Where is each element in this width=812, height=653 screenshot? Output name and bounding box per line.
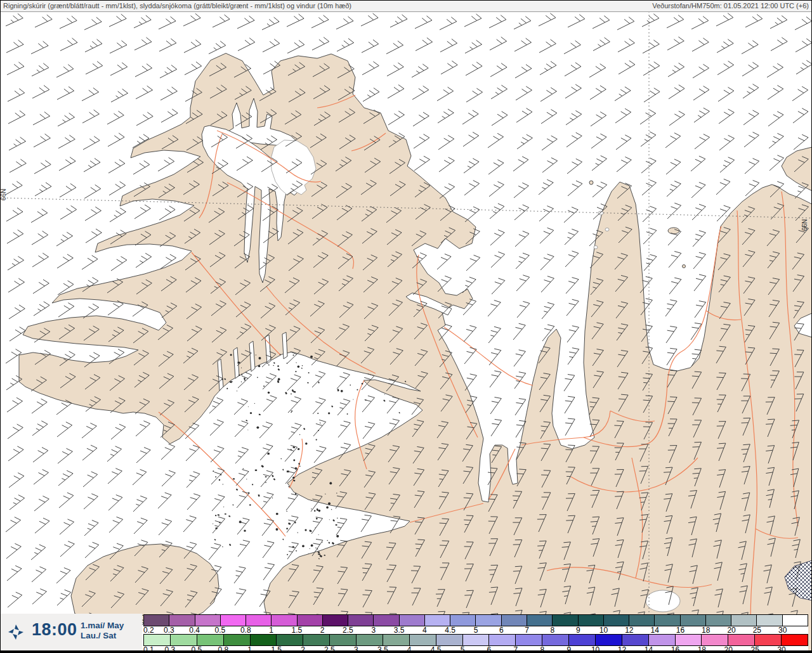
legend-cell [373, 615, 398, 626]
legend-tick-label: 3.5 [394, 626, 405, 635]
islet [278, 378, 280, 380]
legend-cell [728, 635, 754, 645]
wind-pinwheel-icon [6, 623, 25, 642]
legend-cell [297, 615, 322, 626]
legend-cell [731, 615, 756, 626]
legend-tick-label: 3 [371, 626, 376, 635]
legend-cell [276, 635, 303, 645]
legend-cell [501, 615, 527, 626]
islet [267, 453, 270, 455]
legend-tick-label: 1 [269, 626, 273, 635]
islet [316, 439, 317, 440]
islet [302, 365, 303, 366]
islet [223, 507, 224, 507]
legend-tick-label: 0.4 [189, 626, 200, 635]
islet [337, 518, 338, 519]
islet [252, 484, 253, 485]
island [683, 265, 686, 268]
islet [263, 385, 265, 386]
legend-cell [169, 615, 194, 626]
legend-tick-label: 0.3 [164, 626, 174, 635]
legend-tick-label: 20 [727, 626, 735, 635]
islet [256, 354, 256, 355]
islet [341, 390, 343, 392]
legend-cell [144, 635, 170, 645]
legend-cell [246, 615, 271, 626]
legend-tick-label: 4.5 [445, 626, 455, 635]
rain-color-scale [143, 634, 808, 646]
legend-cell [552, 615, 577, 626]
legend-bar: 18:00 1.maí/ May Lau./ Sat 0.20.30.40.50… [0, 614, 812, 653]
islet [308, 372, 310, 373]
legend-tick-label: 0.8 [240, 626, 251, 635]
legend-tick-label: 14 [650, 626, 658, 635]
islet [243, 468, 244, 469]
islet [292, 477, 295, 479]
legend-cell [170, 635, 197, 645]
legend-cell [220, 615, 246, 626]
islet [362, 383, 363, 384]
legend-cell [223, 635, 250, 645]
islet [257, 377, 258, 378]
islet [347, 413, 348, 415]
latitude-label-right: 66N [801, 219, 808, 231]
legend-cell [595, 635, 622, 645]
legend-cell [578, 615, 603, 626]
legend-cell [754, 635, 781, 645]
valid-time: 18:00 [32, 620, 77, 640]
bottom-border [0, 650, 812, 653]
islet [213, 523, 213, 524]
islet [286, 527, 288, 529]
islet [226, 388, 228, 389]
islet [273, 365, 274, 366]
legend-cell [680, 615, 705, 626]
legend-cell [603, 615, 629, 626]
legend-cell [648, 635, 675, 645]
legend-cell [271, 615, 296, 626]
islet [318, 534, 319, 535]
legend-cell [475, 615, 501, 626]
legend-cell [515, 635, 542, 645]
legend-cell [450, 615, 475, 626]
snow-color-scale [143, 614, 808, 626]
islet [213, 470, 214, 472]
legend-cell [348, 615, 373, 626]
header-model-run-text: Veðurstofan/HM750m: 01.05.2021 12:00 UTC… [652, 0, 809, 11]
islet [241, 368, 242, 368]
islet [276, 528, 278, 531]
islet [246, 479, 247, 479]
legend-cell [705, 615, 731, 626]
valid-date: 1.maí/ May Lau./ Sat [81, 621, 124, 642]
islet [215, 476, 216, 477]
time-panel: 18:00 1.maí/ May Lau./ Sat [0, 614, 142, 650]
legend-tick-label: 6 [499, 626, 504, 635]
islet [255, 470, 257, 471]
map-canvas: 66N 66N [0, 0, 812, 653]
islet [259, 357, 261, 359]
islet [287, 554, 288, 555]
islet [265, 476, 267, 477]
islet [305, 443, 307, 444]
islet [328, 412, 330, 414]
legend-cell [675, 635, 702, 645]
valid-date-line2: Lau./ Sat [81, 631, 124, 641]
lake [594, 246, 598, 249]
islet [317, 413, 318, 414]
islet [265, 482, 266, 483]
islet [327, 540, 327, 541]
islet [289, 486, 290, 487]
islet [299, 465, 301, 467]
islet [258, 365, 261, 368]
legend-cell [356, 635, 383, 645]
islet [350, 385, 351, 386]
color-scales: 0.20.30.40.50.811.522.533.544.5567891012… [143, 614, 808, 653]
islet [298, 448, 299, 450]
islet [286, 511, 287, 512]
legend-cell [782, 615, 808, 626]
legend-cell [144, 615, 169, 626]
islet [215, 515, 216, 516]
islet [233, 478, 235, 479]
legend-tick-label: 2.5 [343, 626, 353, 635]
legend-tick-label: 0.2 [143, 626, 154, 635]
islet [299, 434, 300, 435]
